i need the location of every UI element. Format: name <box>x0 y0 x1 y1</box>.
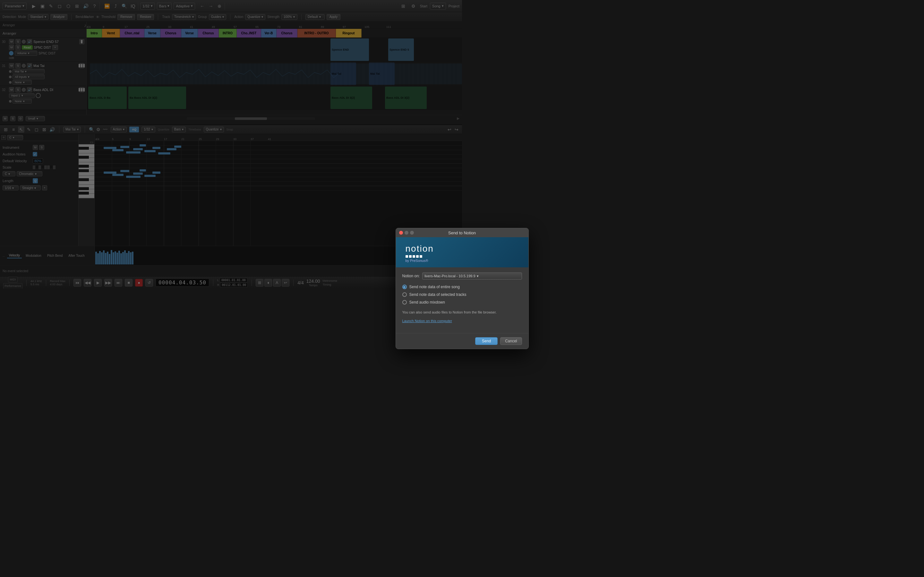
dot-3 <box>413 255 415 258</box>
notion-logo-text: notion <box>405 243 434 254</box>
notion-on-row: Notion on: livers-Mac-Pro.local - 10.5.1… <box>402 272 462 279</box>
minimize-light[interactable] <box>405 231 409 235</box>
dot-1 <box>405 255 408 258</box>
notion-on-label: Notion on: <box>402 274 420 278</box>
notion-host-dropdown[interactable]: livers-Mac-Pro.local - 10.5.199.9 ▾ <box>422 272 462 279</box>
notion-host-value: livers-Mac-Pro.local - 10.5.199.9 <box>425 274 462 278</box>
dot-5 <box>420 255 422 258</box>
notion-logo: notion <box>405 243 462 254</box>
modal-overlay[interactable]: Send to Notion notion by PreSonus® Notio… <box>0 0 462 288</box>
dot-2 <box>409 255 412 258</box>
modal-title: Send to Notion <box>448 230 462 235</box>
notion-logo-dots <box>405 255 462 258</box>
send-to-notion-modal: Send to Notion notion by PreSonus® Notio… <box>396 228 462 288</box>
radio-entire-circle <box>402 285 407 288</box>
dot-4 <box>416 255 419 258</box>
modal-titlebar: Send to Notion <box>396 228 462 237</box>
notion-header: notion by PreSonus® <box>396 237 462 268</box>
radio-group: Send note data of entire song Send note … <box>402 285 462 288</box>
radio-entire-label: Send note data of entire song <box>409 285 460 288</box>
radio-entire[interactable]: Send note data of entire song <box>402 285 462 288</box>
modal-content: Notion on: livers-Mac-Pro.local - 10.5.1… <box>396 268 462 288</box>
notion-by-label: by PreSonus® <box>405 259 462 263</box>
close-light[interactable] <box>399 231 403 235</box>
traffic-lights <box>399 231 414 235</box>
maximize-light[interactable] <box>410 231 414 235</box>
